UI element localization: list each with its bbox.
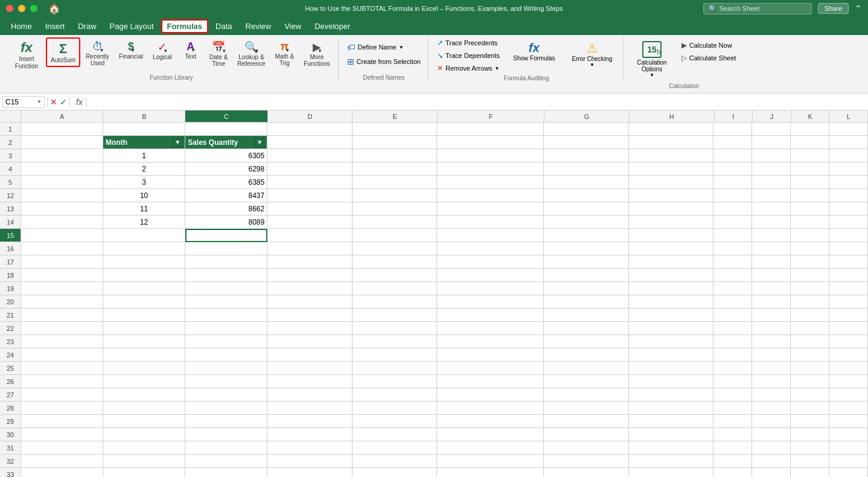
cell-j16[interactable] [752, 242, 791, 255]
financial-button[interactable]: $ ▼ Financial [115, 37, 147, 63]
cell-j30[interactable] [752, 428, 791, 441]
cell-f33[interactable] [437, 468, 544, 477]
math-trig-button[interactable]: π ▼ Math &Trig [271, 37, 299, 69]
cell-h29[interactable] [629, 415, 714, 428]
row-header-30[interactable]: 30 [0, 428, 21, 441]
more-functions-button[interactable]: ▶ ▼ MoreFunctions [299, 37, 334, 70]
cell-k5[interactable] [791, 176, 829, 189]
cell-c12[interactable]: 8437 [185, 189, 267, 202]
cell-f3[interactable] [437, 149, 544, 162]
cell-d13[interactable] [267, 202, 353, 216]
cell-g33[interactable] [544, 468, 629, 477]
cell-l28[interactable] [829, 402, 868, 415]
cell-l3[interactable] [829, 149, 868, 162]
cell-e22[interactable] [353, 322, 438, 335]
cell-j23[interactable] [752, 335, 791, 348]
cell-i13[interactable] [713, 202, 752, 216]
cell-h12[interactable] [629, 189, 714, 202]
menu-formulas[interactable]: Formulas [161, 19, 209, 33]
row-header-5[interactable]: 5 [0, 176, 21, 189]
cell-d14[interactable] [267, 216, 353, 229]
cell-h5[interactable] [629, 176, 714, 189]
cell-e18[interactable] [353, 269, 438, 282]
cell-d27[interactable] [267, 388, 353, 402]
cell-c28[interactable] [185, 402, 267, 415]
cell-b19[interactable] [103, 282, 185, 295]
cell-j19[interactable] [752, 282, 791, 295]
cell-j2[interactable] [752, 136, 791, 149]
cell-f29[interactable] [437, 415, 544, 428]
cell-c1[interactable] [185, 123, 267, 136]
cell-h16[interactable] [629, 242, 714, 255]
cell-a20[interactable] [21, 295, 103, 309]
cell-l2[interactable] [829, 136, 868, 149]
menu-view[interactable]: View [278, 19, 307, 33]
cell-i3[interactable] [713, 149, 752, 162]
col-header-a[interactable]: A [21, 110, 103, 123]
cell-b32[interactable] [103, 455, 185, 468]
cell-c5[interactable]: 6385 [185, 176, 267, 189]
cell-i32[interactable] [713, 455, 752, 468]
row-header-28[interactable]: 28 [0, 402, 21, 415]
cell-h32[interactable] [629, 455, 714, 468]
cell-b18[interactable] [103, 269, 185, 282]
cell-a15[interactable] [21, 229, 103, 242]
cell-k19[interactable] [791, 282, 829, 295]
cell-f1[interactable] [437, 123, 544, 136]
cell-d17[interactable] [267, 255, 353, 269]
cell-l16[interactable] [829, 242, 868, 255]
cell-l15[interactable] [829, 229, 868, 242]
cell-k27[interactable] [791, 388, 829, 402]
cell-h19[interactable] [629, 282, 714, 295]
cell-g20[interactable] [544, 295, 629, 309]
cell-k23[interactable] [791, 335, 829, 348]
col-header-b[interactable]: B [103, 110, 185, 123]
text-button[interactable]: A ▼ Text [177, 37, 204, 63]
cell-c32[interactable] [185, 455, 267, 468]
cell-c23[interactable] [185, 335, 267, 348]
cell-j22[interactable] [752, 322, 791, 335]
cell-f12[interactable] [437, 189, 544, 202]
cell-f17[interactable] [437, 255, 544, 269]
cell-e15[interactable] [353, 229, 438, 242]
col-header-k[interactable]: K [791, 110, 830, 123]
cell-c29[interactable] [185, 415, 267, 428]
cell-h28[interactable] [629, 402, 714, 415]
cell-f32[interactable] [437, 455, 544, 468]
cell-c27[interactable] [185, 388, 267, 402]
row-header-20[interactable]: 20 [0, 295, 21, 309]
cell-b25[interactable] [103, 362, 185, 375]
cell-l27[interactable] [829, 388, 868, 402]
confirm-icon[interactable]: ✓ [60, 97, 67, 107]
cell-k16[interactable] [791, 242, 829, 255]
row-header-32[interactable]: 32 [0, 455, 21, 468]
cell-i19[interactable] [713, 282, 752, 295]
sales-filter-btn[interactable]: ▼ [255, 138, 264, 147]
autosum-button[interactable]: Σ AutoSum [46, 37, 80, 67]
cell-b29[interactable] [103, 415, 185, 428]
cell-e30[interactable] [353, 428, 438, 441]
cell-j13[interactable] [752, 202, 791, 216]
date-time-button[interactable]: 📅 ▼ Date &Time [205, 37, 232, 70]
cell-g15[interactable] [544, 229, 629, 242]
menu-data[interactable]: Data [209, 19, 238, 33]
cell-l29[interactable] [829, 415, 868, 428]
name-box[interactable]: C15 ▼ [2, 96, 45, 108]
cell-j14[interactable] [752, 216, 791, 229]
recently-used-button[interactable]: ⏱ ▼ RecentlyUsed [81, 37, 113, 69]
cell-f23[interactable] [437, 335, 544, 348]
maximize-button[interactable] [30, 5, 37, 12]
cell-b20[interactable] [103, 295, 185, 309]
cell-a22[interactable] [21, 322, 103, 335]
menu-insert[interactable]: Insert [39, 19, 71, 33]
cell-j18[interactable] [752, 269, 791, 282]
cell-f19[interactable] [437, 282, 544, 295]
cell-h15[interactable] [629, 229, 714, 242]
col-header-c[interactable]: C [185, 110, 267, 123]
cell-b16[interactable] [103, 242, 185, 255]
cell-e21[interactable] [353, 309, 438, 322]
cell-i31[interactable] [713, 441, 752, 455]
cell-j33[interactable] [752, 468, 791, 477]
cell-d4[interactable] [267, 162, 353, 176]
cell-l23[interactable] [829, 335, 868, 348]
